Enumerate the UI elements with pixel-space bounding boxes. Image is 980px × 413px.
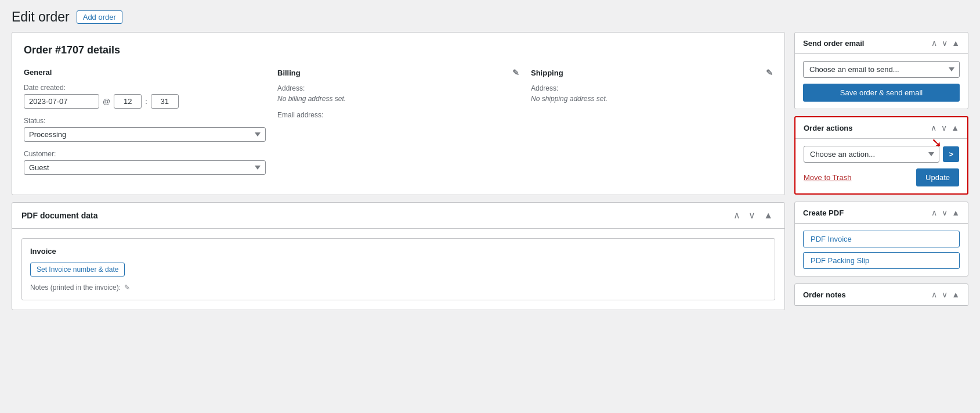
status-label: Status: — [24, 117, 266, 125]
create-pdf-panel: Create PDF ∧ ∨ ▲ PDF Invoice PDF Packing… — [794, 202, 968, 276]
billing-edit-icon[interactable]: ✎ — [512, 68, 519, 77]
order-details-title: Order #1707 details — [24, 44, 773, 56]
shipping-section-title: Shipping — [531, 69, 563, 77]
pdf-arrow-up-icon[interactable]: ▲ — [761, 210, 775, 221]
pdf-collapse-up-icon[interactable]: ∧ — [731, 210, 743, 221]
set-invoice-button[interactable]: Set Invoice number & date — [30, 263, 125, 276]
billing-email-label: Email address: — [277, 111, 519, 119]
at-separator: @ — [103, 97, 110, 106]
pdf-packing-slip-button[interactable]: PDF Packing Slip — [803, 252, 960, 269]
minute-input[interactable] — [151, 94, 179, 109]
customer-select[interactable]: Guest — [24, 160, 266, 175]
billing-section-title: Billing — [277, 69, 301, 77]
time-colon: : — [145, 97, 147, 106]
hour-input[interactable] — [114, 94, 142, 109]
date-created-input[interactable] — [24, 94, 99, 109]
update-button[interactable]: Update — [916, 168, 959, 186]
order-notes-up-icon[interactable]: ∧ — [931, 290, 937, 299]
order-actions-title: Order actions — [804, 124, 853, 132]
order-action-go-button[interactable]: > — [943, 146, 959, 162]
general-section: General Date created: @ : — [24, 68, 266, 183]
send-email-up-icon[interactable]: ∧ — [931, 38, 937, 48]
date-created-label: Date created: — [24, 84, 266, 92]
order-details-card: Order #1707 details General Date created… — [12, 32, 785, 195]
create-pdf-title: Create PDF — [803, 209, 844, 217]
pdf-document-title: PDF document data — [21, 211, 97, 220]
billing-address-label: Address: — [277, 84, 519, 92]
page-title: Edit order — [12, 9, 70, 25]
create-pdf-up-icon[interactable]: ∧ — [931, 208, 937, 217]
shipping-section: Shipping ✎ Address: No shipping address … — [531, 68, 773, 183]
billing-address-value: No billing address set. — [277, 95, 519, 103]
order-notes-panel: Order notes ∧ ∨ ▲ — [794, 283, 968, 306]
pdf-collapse-down-icon[interactable]: ∨ — [746, 210, 758, 221]
order-notes-down-icon[interactable]: ∨ — [942, 290, 948, 299]
notes-edit-icon[interactable]: ✎ — [124, 283, 130, 292]
shipping-address-label: Address: — [531, 84, 773, 92]
order-actions-down-icon[interactable]: ∨ — [941, 123, 947, 132]
billing-section: Billing ✎ Address: No billing address se… — [277, 68, 519, 183]
order-actions-up-icon[interactable]: ∧ — [931, 123, 936, 132]
create-pdf-down-icon[interactable]: ∨ — [942, 208, 948, 217]
save-send-email-button[interactable]: Save order & send email — [803, 84, 960, 102]
invoice-section: Invoice Set Invoice number & date Notes … — [21, 238, 775, 300]
email-to-send-select[interactable]: Choose an email to send... — [803, 61, 960, 78]
status-select[interactable]: Processing — [24, 127, 266, 142]
shipping-address-value: No shipping address set. — [531, 95, 773, 103]
general-section-title: General — [24, 68, 52, 77]
order-actions-arrow-icon[interactable]: ▲ — [951, 123, 959, 132]
send-email-title: Send order email — [803, 39, 864, 48]
order-notes-title: Order notes — [803, 290, 846, 299]
customer-label: Customer: — [24, 150, 266, 158]
notes-label: Notes (printed in the invoice): — [30, 283, 121, 292]
add-order-button[interactable]: Add order — [77, 10, 122, 24]
invoice-title: Invoice — [30, 247, 766, 256]
pdf-document-card: PDF document data ∧ ∨ ▲ Invoice Set Invo… — [12, 202, 785, 310]
order-action-select[interactable]: Choose an action... — [804, 146, 939, 163]
send-email-arrow-icon[interactable]: ▲ — [952, 38, 960, 48]
shipping-edit-icon[interactable]: ✎ — [766, 68, 773, 77]
create-pdf-arrow-icon[interactable]: ▲ — [952, 208, 960, 217]
send-email-down-icon[interactable]: ∨ — [942, 38, 948, 48]
move-to-trash-link[interactable]: Move to Trash — [804, 173, 851, 182]
pdf-header-icons: ∧ ∨ ▲ — [731, 210, 775, 221]
send-order-email-panel: Send order email ∧ ∨ ▲ Choose an email t… — [794, 32, 968, 109]
order-notes-arrow-icon[interactable]: ▲ — [952, 290, 960, 299]
order-actions-panel: Order actions ∧ ∨ ▲ ➘ Choose an action..… — [794, 116, 968, 195]
pdf-invoice-button[interactable]: PDF Invoice — [803, 231, 960, 247]
